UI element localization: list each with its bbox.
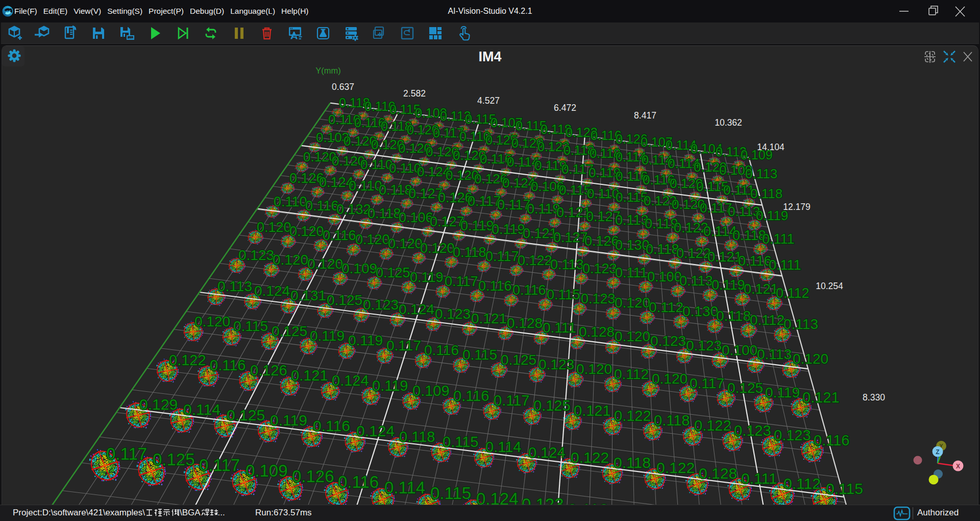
svg-text:0.117: 0.117 (485, 249, 519, 264)
svg-text:0.125: 0.125 (327, 292, 362, 308)
svg-text:0.120: 0.120 (257, 220, 291, 235)
svg-text:0.120: 0.120 (307, 256, 343, 272)
svg-text:0.115: 0.115 (430, 484, 471, 503)
svg-text:0.121: 0.121 (744, 281, 778, 297)
svg-text:0.637: 0.637 (332, 82, 354, 92)
svg-text:0.109: 0.109 (412, 383, 450, 399)
svg-text:0.114: 0.114 (183, 401, 220, 418)
svg-text:0.110: 0.110 (360, 157, 393, 172)
svg-text:0.118: 0.118 (379, 182, 412, 198)
svg-text:0.113: 0.113 (728, 204, 760, 219)
svg-text:0.112: 0.112 (750, 312, 785, 328)
svg-text:0.126: 0.126 (250, 362, 287, 378)
svg-text:0.119: 0.119 (492, 222, 525, 237)
svg-text:0.120: 0.120 (615, 328, 650, 344)
svg-text:0.130: 0.130 (682, 303, 718, 319)
svg-text:0.119: 0.119 (460, 218, 494, 233)
svg-text:0.113: 0.113 (615, 212, 649, 228)
svg-text:0.125: 0.125 (501, 352, 536, 368)
svg-text:0.112: 0.112 (783, 475, 821, 492)
svg-text:0.128: 0.128 (699, 465, 737, 482)
svg-text:0.123: 0.123 (363, 297, 399, 313)
svg-text:0.124: 0.124 (399, 301, 434, 317)
svg-text:0.119: 0.119 (645, 216, 678, 231)
svg-text:0.122: 0.122 (694, 417, 731, 434)
svg-text:0.126: 0.126 (292, 467, 334, 486)
svg-text:0.118: 0.118 (646, 242, 679, 257)
svg-text:0.123: 0.123 (650, 333, 686, 349)
svg-text:0.120: 0.120 (652, 371, 688, 387)
svg-text:0.116: 0.116 (338, 472, 379, 491)
svg-text:0.112: 0.112 (649, 299, 683, 315)
svg-text:0.120: 0.120 (420, 241, 455, 256)
svg-text:0.114: 0.114 (384, 478, 425, 497)
svg-text:0.112: 0.112 (776, 286, 810, 301)
svg-text:0.123: 0.123 (774, 427, 811, 443)
svg-text:0.116: 0.116 (814, 432, 849, 448)
svg-text:0.110: 0.110 (389, 160, 421, 176)
svg-text:Y(mm): Y(mm) (315, 66, 340, 75)
svg-text:0.120: 0.120 (289, 224, 324, 239)
svg-text:0.118: 0.118 (368, 206, 401, 221)
svg-text:0.115: 0.115 (826, 480, 863, 497)
svg-text:0.123: 0.123 (238, 247, 274, 263)
svg-text:0.117: 0.117 (494, 392, 529, 409)
svg-text:0.122: 0.122 (614, 408, 651, 424)
svg-text:0.111: 0.111 (543, 320, 576, 336)
svg-text:8.417: 8.417 (634, 110, 656, 121)
svg-text:X: X (956, 463, 960, 470)
svg-text:0.131: 0.131 (290, 288, 326, 303)
svg-text:0.113: 0.113 (745, 166, 777, 181)
svg-text:0.125: 0.125 (227, 407, 265, 423)
svg-text:0.122: 0.122 (518, 253, 552, 268)
svg-text:0.117: 0.117 (497, 197, 531, 212)
svg-text:0.120: 0.120 (273, 252, 308, 268)
svg-text:0.120: 0.120 (576, 361, 612, 377)
svg-text:0.122: 0.122 (676, 246, 711, 261)
svg-text:0.109: 0.109 (246, 461, 288, 480)
svg-text:0.122: 0.122 (169, 352, 206, 368)
svg-text:0.120: 0.120 (615, 295, 650, 311)
svg-text:0.110: 0.110 (274, 194, 307, 209)
svg-text:0.123: 0.123 (435, 306, 471, 322)
svg-text:0.123: 0.123 (522, 495, 564, 505)
svg-text:0.116: 0.116 (453, 388, 489, 404)
svg-text:0.119: 0.119 (712, 277, 745, 293)
svg-text:Z: Z (936, 448, 939, 456)
svg-text:0.120: 0.120 (355, 232, 390, 247)
svg-text:0.113: 0.113 (217, 278, 252, 294)
svg-text:0.125: 0.125 (272, 323, 307, 339)
svg-text:0.115: 0.115 (559, 182, 591, 198)
svg-text:0.111: 0.111 (615, 265, 648, 280)
svg-text:0.119: 0.119 (410, 270, 444, 285)
svg-text:0.121: 0.121 (291, 367, 328, 384)
svg-text:0.116: 0.116 (478, 278, 512, 294)
svg-text:0.117: 0.117 (700, 200, 732, 216)
svg-text:0.117: 0.117 (468, 194, 501, 209)
svg-text:0.128: 0.128 (507, 315, 543, 331)
svg-text:0.113: 0.113 (679, 273, 713, 289)
svg-text:0.111: 0.111 (769, 257, 801, 273)
svg-text:0.114: 0.114 (703, 224, 737, 239)
svg-text:0.114: 0.114 (485, 439, 521, 455)
svg-text:0.118: 0.118 (399, 429, 435, 445)
svg-text:0.113: 0.113 (757, 346, 792, 362)
svg-text:0.119: 0.119 (765, 385, 800, 400)
svg-text:0.124: 0.124 (476, 489, 519, 505)
svg-text:0.118: 0.118 (654, 412, 690, 429)
svg-text:0.122: 0.122 (571, 449, 609, 466)
svg-text:0.117: 0.117 (106, 444, 147, 463)
svg-text:0.117: 0.117 (690, 375, 724, 391)
svg-text:0.119: 0.119 (372, 377, 408, 394)
svg-text:10.362: 10.362 (715, 117, 742, 128)
svg-text:0.130: 0.130 (615, 238, 650, 253)
svg-text:0.125: 0.125 (153, 450, 195, 469)
svg-text:0.120: 0.120 (388, 236, 423, 251)
svg-text:0.110: 0.110 (349, 178, 382, 194)
svg-text:0.118: 0.118 (453, 245, 486, 260)
svg-text:0.123: 0.123 (581, 291, 616, 306)
svg-text:0.111: 0.111 (741, 470, 777, 487)
svg-text:0.121: 0.121 (707, 249, 742, 265)
svg-text:0.119: 0.119 (527, 201, 560, 217)
svg-text:0.113: 0.113 (550, 257, 584, 272)
